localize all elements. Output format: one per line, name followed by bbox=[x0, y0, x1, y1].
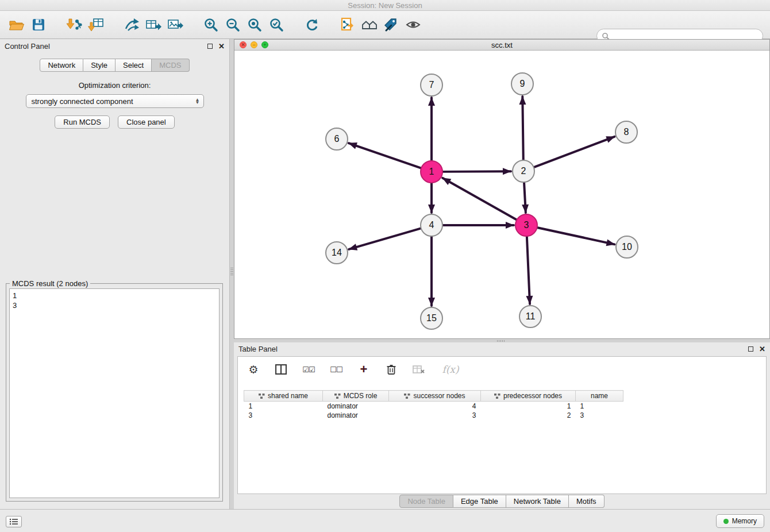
zoom-out-button[interactable] bbox=[222, 13, 244, 36]
graph-node-10[interactable]: 10 bbox=[616, 236, 638, 258]
graph-node-4[interactable]: 4 bbox=[421, 214, 442, 236]
tab-motifs[interactable]: Motifs bbox=[569, 495, 605, 508]
tab-network[interactable]: Network bbox=[40, 59, 83, 72]
table-row[interactable]: 1 dominator 4 1 1 bbox=[244, 402, 623, 411]
graph-edge-1-6[interactable] bbox=[349, 143, 421, 168]
svg-text:2: 2 bbox=[521, 166, 526, 176]
minimize-window-icon[interactable]: − bbox=[251, 41, 257, 48]
column-header-shared-name[interactable]: shared name bbox=[244, 391, 323, 402]
graph-edge-3-11[interactable] bbox=[527, 237, 530, 304]
select-all-button[interactable]: ☑☑ bbox=[301, 362, 316, 377]
close-window-icon[interactable]: ✕ bbox=[240, 41, 247, 48]
cell-name[interactable]: 3 bbox=[576, 411, 623, 420]
graph-node-11[interactable]: 11 bbox=[519, 306, 541, 327]
import-table-button[interactable] bbox=[85, 13, 107, 36]
zoom-selected-button[interactable] bbox=[265, 13, 287, 36]
graph-edge-1-2[interactable] bbox=[443, 171, 511, 172]
close-panel-button[interactable]: Close panel bbox=[118, 115, 175, 129]
column-header-successor-nodes[interactable]: successor nodes bbox=[389, 391, 481, 402]
cell-mcds-role[interactable]: dominator bbox=[323, 402, 389, 411]
show-hide-button[interactable] bbox=[402, 13, 424, 36]
plus-icon: + bbox=[360, 363, 368, 376]
share-network-icon bbox=[124, 17, 140, 32]
function-builder-button[interactable]: f(x) bbox=[439, 362, 462, 377]
cell-mcds-role[interactable]: dominator bbox=[323, 411, 389, 420]
mcds-result-list[interactable]: 1 3 bbox=[9, 288, 220, 498]
close-panel-icon[interactable]: ✕ bbox=[218, 43, 225, 50]
graph-node-14[interactable]: 14 bbox=[326, 242, 348, 264]
selected-criterion-value: strongly connected component bbox=[32, 97, 195, 106]
cell-predecessor-nodes[interactable]: 1 bbox=[481, 402, 576, 411]
first-neighbors-button[interactable] bbox=[337, 13, 359, 36]
network-window-titlebar[interactable]: scc.txt ✕ − + bbox=[234, 40, 769, 51]
column-header-predecessor-nodes[interactable]: predecessor nodes bbox=[481, 391, 576, 402]
delete-column-button[interactable] bbox=[411, 362, 426, 377]
control-panel: Control Panel ✕ Network Style Select MCD… bbox=[0, 39, 230, 509]
tab-edge-table[interactable]: Edge Table bbox=[453, 495, 506, 508]
open-session-button[interactable] bbox=[6, 13, 28, 36]
memory-button[interactable]: Memory bbox=[716, 514, 764, 528]
graph-node-9[interactable]: 9 bbox=[511, 73, 533, 95]
table-settings-button[interactable]: ⚙ bbox=[246, 362, 261, 377]
graph-edge-2-8[interactable] bbox=[534, 137, 615, 167]
export-table-button[interactable] bbox=[143, 13, 164, 36]
first-neighbors-icon bbox=[340, 17, 355, 32]
cell-successor-nodes[interactable]: 3 bbox=[389, 411, 481, 420]
graph-edge-2-3[interactable] bbox=[524, 183, 526, 213]
graph-node-8[interactable]: 8 bbox=[615, 121, 637, 143]
cell-shared-name[interactable]: 1 bbox=[244, 402, 323, 411]
optimization-criterion-select[interactable]: strongly connected component ▲▼ bbox=[26, 94, 204, 108]
float-panel-icon[interactable] bbox=[207, 44, 213, 49]
column-header-mcds-role[interactable]: MCDS role bbox=[323, 391, 389, 402]
tab-mcds[interactable]: MCDS bbox=[152, 59, 189, 72]
graph-edge-3-1[interactable] bbox=[442, 178, 516, 219]
window-titlebar[interactable]: Session: New Session bbox=[0, 0, 770, 11]
graph-edge-3-10[interactable] bbox=[538, 228, 615, 244]
graph-node-1[interactable]: 1 bbox=[421, 161, 442, 183]
graph-node-7[interactable]: 7 bbox=[421, 74, 442, 96]
graph-node-2[interactable]: 2 bbox=[513, 160, 534, 182]
graph-edge-4-14[interactable] bbox=[349, 229, 421, 249]
refresh-layout-button[interactable] bbox=[301, 13, 323, 36]
save-session-button[interactable] bbox=[28, 13, 49, 36]
maximize-window-icon[interactable]: + bbox=[261, 41, 268, 48]
tab-select[interactable]: Select bbox=[116, 59, 152, 72]
tab-network-table[interactable]: Network Table bbox=[506, 495, 569, 508]
cell-name[interactable]: 1 bbox=[576, 402, 623, 411]
import-network-button[interactable] bbox=[63, 13, 85, 36]
delete-column-icon bbox=[413, 364, 425, 375]
network-canvas[interactable]: 7968124314101511 bbox=[234, 51, 769, 338]
application-window: Session: New Session bbox=[0, 0, 770, 532]
graph-node-3[interactable]: 3 bbox=[515, 214, 537, 236]
add-column-button[interactable]: + bbox=[356, 362, 371, 377]
cell-predecessor-nodes[interactable]: 2 bbox=[481, 411, 576, 420]
show-columns-button[interactable] bbox=[274, 362, 288, 377]
zoom-fit-button[interactable] bbox=[244, 13, 265, 36]
column-header-name[interactable]: name bbox=[576, 391, 623, 402]
tab-node-table[interactable]: Node Table bbox=[399, 495, 453, 508]
table-row[interactable]: 3 dominator 3 2 3 bbox=[244, 411, 623, 420]
vertical-splitter[interactable] bbox=[230, 39, 234, 509]
zoom-in-icon bbox=[203, 17, 218, 32]
network-overview-button[interactable] bbox=[359, 13, 380, 36]
graph-edge-2-9[interactable] bbox=[522, 97, 523, 160]
deselect-all-button[interactable]: ☐☐ bbox=[329, 362, 344, 377]
tab-style[interactable]: Style bbox=[83, 59, 116, 72]
open-session-icon bbox=[9, 18, 25, 32]
run-mcds-button[interactable]: Run MCDS bbox=[55, 115, 110, 129]
export-image-button[interactable] bbox=[164, 13, 186, 36]
float-table-panel-icon[interactable] bbox=[748, 346, 753, 352]
graph-node-6[interactable]: 6 bbox=[326, 128, 348, 150]
cell-successor-nodes[interactable]: 4 bbox=[389, 402, 481, 411]
graph-node-15[interactable]: 15 bbox=[421, 307, 442, 329]
cell-shared-name[interactable]: 3 bbox=[244, 411, 323, 420]
zoom-in-button[interactable] bbox=[200, 13, 222, 36]
control-panel-tabs: Network Style Select MCDS bbox=[40, 59, 189, 72]
task-history-button[interactable] bbox=[6, 516, 22, 527]
network-window-title: scc.txt bbox=[234, 41, 769, 49]
delete-row-button[interactable] bbox=[384, 362, 399, 377]
close-table-panel-icon[interactable]: ✕ bbox=[759, 345, 765, 353]
share-network-button[interactable] bbox=[121, 13, 143, 36]
control-panel-title: Control Panel bbox=[5, 42, 202, 51]
style-tag-button[interactable] bbox=[380, 13, 402, 36]
